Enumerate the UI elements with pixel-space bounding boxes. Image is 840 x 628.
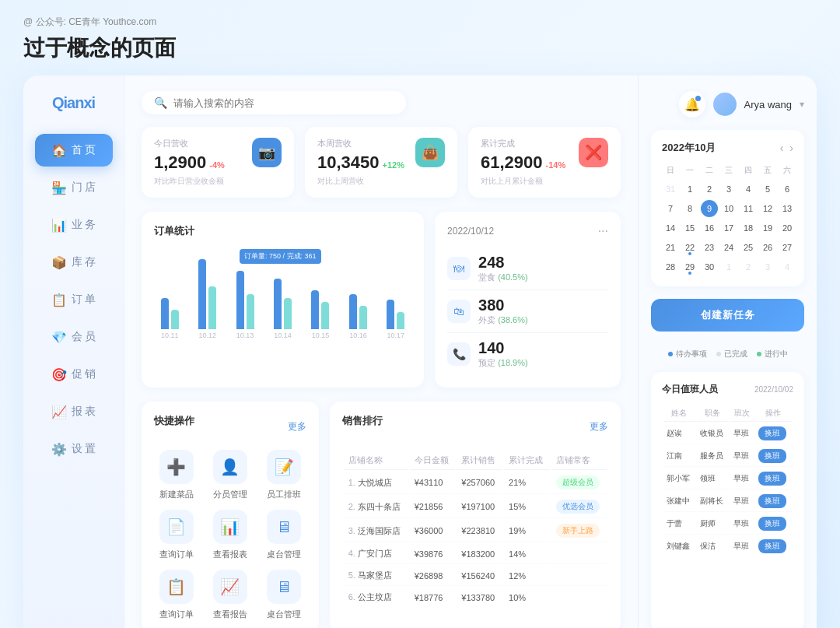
cal-day[interactable]: 22 — [681, 239, 698, 256]
sidebar-item-促 销[interactable]: 🎯促 销 — [35, 358, 113, 391]
cal-day[interactable]: 10 — [720, 200, 737, 217]
quick-item[interactable]: 📝 员工排班 — [261, 450, 306, 500]
user-bar: 🔔 Arya wang ▾ — [651, 91, 804, 118]
sidebar-item-订 单[interactable]: 📋订 单 — [35, 283, 113, 316]
quick-item[interactable]: 👤 分员管理 — [208, 450, 252, 500]
cal-day-header: 一 — [681, 163, 698, 178]
bar-blue — [349, 294, 357, 329]
quick-label: 员工排班 — [267, 489, 301, 500]
cal-day[interactable]: 14 — [662, 219, 679, 237]
calendar-grid: 日一二三四五六311234567891011121314151617181920… — [662, 163, 793, 275]
cal-day[interactable]: 24 — [720, 239, 737, 256]
stat-icon: 👜 — [415, 138, 445, 167]
cal-day[interactable]: 1 — [720, 258, 737, 275]
search-input[interactable] — [173, 97, 394, 109]
bar-teal — [208, 286, 216, 329]
cal-day[interactable]: 19 — [759, 219, 776, 237]
cal-day[interactable]: 2 — [701, 181, 718, 198]
chevron-down-icon[interactable]: ▾ — [800, 99, 804, 110]
sidebar-item-设 置[interactable]: ⚙️设 置 — [35, 433, 113, 465]
switch-button[interactable]: 换班 — [758, 539, 786, 553]
quick-item[interactable]: 📊 查看报表 — [208, 510, 252, 560]
quick-card: 快捷操作 更多 ➕ 新建菜品 👤 分员管理 📝 员工排班 📄 查询订单 📊 查看… — [142, 402, 319, 628]
quick-icon: 📝 — [267, 450, 301, 484]
cal-day[interactable]: 12 — [759, 200, 776, 217]
sidebar-item-门 店[interactable]: 🏪门 店 — [35, 171, 113, 204]
search-box[interactable]: 🔍 — [142, 91, 406, 114]
bar-group: 10.17 — [380, 251, 411, 339]
cal-day[interactable]: 11 — [740, 200, 757, 217]
quick-item[interactable]: ➕ 新建菜品 — [154, 450, 198, 500]
notification-icon[interactable]: 🔔 — [679, 91, 705, 118]
quick-item[interactable]: 📋 查询订单 — [154, 570, 198, 620]
sales-more-link[interactable]: 更多 — [590, 420, 608, 433]
quick-more-link[interactable]: 更多 — [288, 420, 306, 433]
order-more-icon[interactable]: ··· — [598, 224, 608, 238]
cal-day[interactable]: 23 — [701, 239, 718, 256]
stat-value: 10,3450+12% — [317, 153, 404, 173]
sidebar-item-库 存[interactable]: 📦库 存 — [35, 246, 113, 279]
bar-teal — [171, 310, 179, 329]
cal-day[interactable]: 6 — [779, 181, 796, 198]
cal-day[interactable]: 3 — [759, 258, 776, 275]
cal-day[interactable]: 1 — [681, 181, 698, 198]
switch-button[interactable]: 换班 — [758, 426, 786, 440]
cal-day[interactable]: 17 — [720, 219, 737, 237]
quick-label: 查询订单 — [159, 549, 194, 560]
cal-day[interactable]: 13 — [779, 200, 796, 217]
cal-day[interactable]: 26 — [759, 239, 776, 256]
notif-dot — [695, 96, 701, 101]
quick-header: 快捷操作 更多 — [154, 414, 306, 439]
cal-day[interactable]: 31 — [662, 181, 679, 198]
cal-day[interactable]: 30 — [701, 258, 718, 275]
switch-button[interactable]: 换班 — [758, 494, 786, 508]
mid-row: 订单统计 订单量: 750 / 完成: 361 10.11 10.12 10.1… — [142, 212, 621, 388]
cal-day[interactable]: 16 — [701, 219, 718, 237]
sidebar-item-首 页[interactable]: 🏠首 页 — [35, 134, 113, 167]
next-month-icon[interactable]: › — [789, 142, 793, 154]
order-item-num: 140 — [478, 339, 528, 357]
cal-day[interactable]: 4 — [779, 258, 796, 275]
create-task-button[interactable]: 创建新任务 — [651, 299, 804, 332]
cal-day[interactable]: 29 — [681, 258, 698, 275]
quick-item[interactable]: 📈 查看报告 — [208, 570, 252, 620]
cal-day[interactable]: 25 — [740, 239, 757, 256]
bar-blue — [236, 271, 244, 329]
cal-day[interactable]: 18 — [740, 219, 757, 237]
bar-label: 10.12 — [198, 332, 216, 339]
quick-item[interactable]: 🖥 桌台管理 — [261, 570, 306, 620]
cal-day[interactable]: 15 — [681, 219, 698, 237]
switch-button[interactable]: 换班 — [758, 472, 786, 486]
sidebar: Qianxi 🏠首 页🏪门 店📊业 务📦库 存📋订 单💎会 员🎯促 销📈报 表⚙… — [23, 75, 124, 628]
sidebar-item-业 务[interactable]: 📊业 务 — [35, 209, 113, 241]
switch-button[interactable]: 换班 — [758, 449, 786, 463]
page-header: @ 公众号: CE青年 Youthce.com 过于概念的页面 — [23, 16, 817, 63]
cal-day[interactable]: 5 — [759, 181, 776, 198]
stats-row: 今日营收 1,2900-4% 对比昨日营业收金额 📷 本周营收 10,3450+… — [142, 127, 621, 198]
sidebar-item-会 员[interactable]: 💎会 员 — [35, 321, 113, 353]
quick-icon: 📋 — [159, 570, 194, 604]
cal-day[interactable]: 2 — [740, 258, 757, 275]
cal-day[interactable]: 20 — [779, 219, 796, 237]
cal-day[interactable]: 8 — [681, 200, 698, 217]
cal-day[interactable]: 21 — [662, 239, 679, 256]
cal-day[interactable]: 9 — [701, 200, 718, 217]
bottom-row: 快捷操作 更多 ➕ 新建菜品 👤 分员管理 📝 员工排班 📄 查询订单 📊 查看… — [142, 402, 621, 628]
sidebar-item-报 表[interactable]: 📈报 表 — [35, 395, 113, 428]
sales-title: 销售排行 — [342, 414, 383, 428]
switch-button[interactable]: 换班 — [758, 517, 786, 531]
table-row: 赵诶 收银员 早班 换班 — [663, 423, 792, 444]
quick-item[interactable]: 📄 查询订单 — [154, 510, 198, 560]
cal-day[interactable]: 28 — [662, 258, 679, 275]
cal-day[interactable]: 27 — [779, 239, 796, 256]
bar-group: 10.16 — [342, 251, 373, 339]
prev-month-icon[interactable]: ‹ — [780, 142, 784, 154]
cal-day[interactable]: 3 — [720, 181, 737, 198]
quick-item[interactable]: 🖥 桌台管理 — [261, 510, 306, 560]
sales-header: 销售排行 更多 — [342, 414, 608, 439]
cal-day-header: 三 — [720, 163, 737, 178]
duty-date: 2022/10/02 — [754, 385, 793, 394]
cal-day[interactable]: 7 — [662, 200, 679, 217]
cal-day[interactable]: 4 — [740, 181, 757, 198]
stat-badge: -4% — [209, 160, 225, 170]
